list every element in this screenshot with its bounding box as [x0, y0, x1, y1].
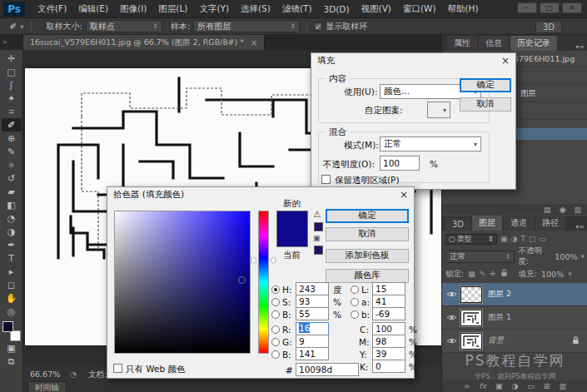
eraser-tool[interactable]: ▰ [2, 185, 22, 198]
show-ring-checkbox[interactable]: ✓ [314, 22, 322, 31]
hue-slider-arrow-right[interactable] [271, 257, 275, 264]
filter-type-icon[interactable]: T [520, 235, 525, 243]
gamut-warning-icon[interactable]: ⚠ [313, 209, 321, 219]
sample-size-select[interactable]: 取样点⇕ [86, 20, 162, 32]
add-to-swatches-button[interactable]: 添加到色板 [326, 249, 409, 263]
close-icon[interactable]: × [391, 189, 408, 201]
menu-image[interactable]: 图像(I) [114, 3, 152, 15]
lock-position-icon[interactable]: ✛ [490, 270, 496, 278]
h-input[interactable] [296, 282, 329, 295]
document-close-icon[interactable]: × [251, 38, 257, 47]
marquee-tool[interactable]: ▢ [2, 65, 22, 78]
menu-filter[interactable]: 滤镜(T) [276, 3, 318, 15]
sample-select[interactable]: 所有图层⇕ [193, 20, 300, 32]
s-radio[interactable] [271, 298, 280, 306]
panel-menu-icon[interactable]: ▾≡ [575, 43, 585, 51]
tab-paths[interactable]: 路径 [535, 216, 565, 231]
filter-pixel-icon[interactable]: ▣ [500, 235, 508, 243]
history-brush-tool[interactable]: ↺ [2, 171, 22, 185]
l-input[interactable] [372, 282, 405, 295]
b-input[interactable] [296, 307, 329, 320]
hand-tool[interactable]: ✋ [2, 291, 22, 305]
fill-dialog-title-bar[interactable]: 填充 × [311, 53, 515, 68]
fill-ok-button[interactable]: 确定 [460, 78, 511, 92]
pen-tool[interactable]: ✒ [2, 238, 22, 251]
r-input[interactable]: 16 [296, 322, 329, 335]
menu-layer[interactable]: 图层(L) [152, 3, 193, 15]
color-swatches[interactable] [2, 321, 21, 341]
layer-row-1[interactable]: 图层 1 [442, 306, 587, 330]
menu-select[interactable]: 选择(S) [235, 3, 276, 15]
layer-row-background[interactable]: 背景 [442, 330, 587, 353]
fill-cancel-button[interactable]: 取消 [460, 97, 511, 112]
s-input[interactable] [296, 295, 329, 308]
menu-help[interactable]: 帮助(H) [442, 3, 485, 15]
document-tab[interactable]: 16sucai_V579E6H011.jpg @ 66.7% (图层 2, RG… [23, 35, 265, 50]
mode-select[interactable]: 正常▾ [380, 136, 481, 151]
gradient-tool[interactable]: ◧ [2, 198, 22, 211]
g-radio[interactable] [271, 338, 280, 346]
menu-3d[interactable]: 3D(D) [317, 4, 355, 14]
toolbar-collapse-icon[interactable]: » [2, 37, 7, 46]
lock-transparency-icon[interactable]: ▩ [468, 270, 475, 278]
quick-selection-tool[interactable]: ✦ [2, 92, 22, 105]
delete-layer-icon[interactable]: ▥ [559, 382, 566, 390]
visibility-eye-icon[interactable] [442, 290, 460, 298]
g-input[interactable] [296, 335, 329, 348]
lock-all-icon[interactable] [500, 269, 508, 279]
close-button[interactable]: × [562, 2, 582, 13]
a-radio[interactable] [351, 298, 359, 306]
new-layer-icon[interactable]: ⊞ [544, 382, 550, 390]
menu-file[interactable]: 文件(F) [32, 3, 72, 15]
crop-tool[interactable]: ⌗ [2, 105, 22, 118]
visibility-eye-icon[interactable] [442, 337, 460, 345]
fill-opacity-input[interactable] [380, 156, 420, 171]
filter-shape-icon[interactable]: ▢ [529, 235, 536, 243]
tab-properties[interactable]: 属性 [447, 36, 477, 51]
eyedropper-tool[interactable]: ✐ [2, 118, 22, 131]
minimize-button[interactable]: – [517, 2, 537, 13]
tab-info[interactable]: 信息 [479, 36, 509, 51]
visibility-eye-icon[interactable] [442, 314, 460, 321]
type-tool[interactable]: T [2, 251, 22, 265]
filter-smart-icon[interactable]: ▭ [539, 235, 546, 243]
picker-cancel-button[interactable]: 取消 [326, 227, 409, 241]
blend-mode-select[interactable]: 正常⇕ [445, 251, 515, 263]
dodge-tool[interactable]: ◑ [2, 225, 22, 238]
menu-view[interactable]: 视图(V) [356, 3, 397, 15]
maximize-button[interactable]: □ [540, 2, 560, 13]
hue-slider-arrow-left[interactable] [252, 257, 256, 264]
fill-dropdown-icon[interactable]: ▾ [568, 270, 572, 278]
web-swatch[interactable] [314, 246, 323, 255]
layer-name[interactable]: 图层 1 [488, 312, 511, 323]
delete-state-icon[interactable]: ▥ [574, 206, 581, 214]
layer-mask-icon[interactable]: ▣ [495, 382, 503, 390]
move-tool[interactable]: ✛ [2, 52, 22, 65]
zoom-tool[interactable]: ◎ [2, 305, 22, 318]
y-input[interactable] [372, 347, 405, 360]
blur-tool[interactable]: ◔ [2, 211, 22, 225]
screen-mode-button[interactable]: ⧉ [2, 355, 22, 368]
fill-value[interactable]: 100% [541, 270, 564, 279]
menu-window[interactable]: 窗口(W) [397, 3, 442, 15]
close-icon[interactable]: × [493, 55, 510, 67]
lasso-tool[interactable]: ʃ [2, 78, 22, 92]
b-radio[interactable] [271, 310, 280, 319]
layer-thumbnail[interactable] [460, 310, 482, 326]
color-field-marker[interactable] [238, 276, 246, 284]
a-input[interactable] [372, 295, 405, 308]
m-input[interactable] [372, 335, 405, 348]
new-doc-from-state-icon[interactable]: ▤ [544, 206, 551, 214]
web-only-checkbox[interactable] [113, 364, 122, 373]
preserve-transparency-checkbox[interactable] [321, 175, 331, 184]
color-libraries-button[interactable]: 颜色库 [326, 269, 409, 283]
foreground-color-swatch[interactable] [2, 321, 13, 332]
h-radio[interactable] [271, 285, 280, 294]
new-snapshot-icon[interactable]: ◉ [560, 206, 566, 214]
tab-layers[interactable]: 图层 [472, 216, 502, 231]
web-color-icon[interactable]: ▣ [313, 234, 321, 242]
healing-brush-tool[interactable]: ⊕ [2, 131, 22, 145]
layer-thumbnail[interactable] [460, 333, 482, 350]
b2-input[interactable] [296, 347, 329, 360]
quick-mask-button[interactable]: ▣ [2, 341, 22, 355]
